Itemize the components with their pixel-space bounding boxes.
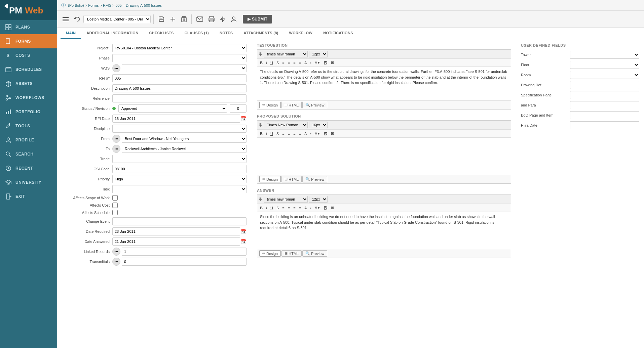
affects-cost-checkbox[interactable] [112, 203, 118, 208]
answer-align-center-btn[interactable]: ≡ [287, 205, 291, 211]
affects-schedule-checkbox[interactable] [112, 210, 118, 215]
transmittals-input[interactable] [122, 258, 247, 266]
tab-notifications[interactable]: NOTIFICATIONS [318, 28, 358, 39]
hijra-input[interactable] [570, 121, 639, 129]
tab-additional[interactable]: ADDITIONAL INFORMATION [81, 28, 144, 39]
proposed-highlight-btn[interactable]: A▼ [313, 131, 322, 136]
testquestion-highlight-btn[interactable]: A▼ [313, 60, 322, 65]
rfi-input[interactable] [112, 74, 247, 82]
answer-dot-btn[interactable]: • [309, 205, 313, 211]
task-select[interactable] [112, 185, 247, 193]
proposed-align-left-btn[interactable]: ≡ [281, 131, 286, 136]
testquestion-align-center-btn[interactable]: ≡ [287, 60, 291, 66]
affects-scope-checkbox[interactable] [112, 195, 118, 201]
boq-input[interactable] [570, 111, 639, 119]
sidebar-item-university[interactable]: UNIVERSITY [0, 175, 57, 189]
spec-page-input[interactable] [570, 91, 639, 99]
add-button[interactable] [168, 15, 178, 24]
sidebar-item-search[interactable]: SEARCH [0, 147, 57, 161]
testquestion-image-btn[interactable]: 🖼 [323, 60, 329, 66]
tower-select[interactable] [570, 51, 639, 59]
description-input[interactable] [112, 84, 247, 92]
testquestion-align-right-btn[interactable]: ≡ [292, 60, 297, 66]
sidebar-item-workflows[interactable]: WORKFLOWS [0, 91, 57, 105]
answer-bold-btn[interactable]: B [259, 205, 264, 211]
spec-para-input[interactable] [570, 101, 639, 109]
date-answered-input[interactable] [112, 237, 240, 246]
answer-content[interactable]: Since the building is an unheated buildi… [257, 212, 511, 249]
answer-image-btn[interactable]: 🖼 [323, 205, 329, 211]
drawing-ref-input[interactable] [570, 81, 639, 89]
proposed-justify-btn[interactable]: ≡ [298, 131, 302, 136]
sidebar-item-portfolio[interactable]: PORTFOLIO [0, 105, 57, 119]
change-event-input[interactable] [112, 217, 247, 225]
from-select[interactable]: Best Door and Window - Neil Youngers [122, 135, 247, 143]
answer-align-left-btn[interactable]: ≡ [281, 205, 286, 211]
proposed-preview-btn[interactable]: 🔍 Preview [302, 176, 327, 182]
answer-size-select[interactable]: 12px [309, 196, 328, 203]
testquestion-italic-btn[interactable]: I [265, 60, 268, 66]
rfi-date-input[interactable] [112, 115, 240, 123]
sidebar-item-exit[interactable]: EXIT [0, 189, 57, 204]
answer-font-select[interactable]: times new roman [264, 196, 308, 203]
proposed-table-btn[interactable]: ⊞ [330, 131, 335, 136]
discipline-select[interactable] [112, 125, 247, 133]
submit-button[interactable]: ▶ SUBMIT [243, 15, 272, 24]
linked-records-input[interactable] [122, 248, 247, 256]
proposed-design-btn[interactable]: ✏ Design [259, 176, 281, 182]
answer-italic-btn[interactable]: I [265, 205, 268, 211]
sidebar-item-tools[interactable]: TOOLS [0, 119, 57, 133]
tab-clauses[interactable]: CLAUSES (1) [179, 28, 214, 39]
testquestion-dot-btn[interactable]: • [309, 60, 313, 66]
rfi-date-calendar-icon[interactable]: 📅 [241, 116, 247, 121]
testquestion-table-btn[interactable]: ⊞ [330, 60, 335, 66]
tab-checklists[interactable]: CHECKLISTS [144, 28, 179, 39]
testquestion-html-btn[interactable]: ⊞ HTML [281, 102, 302, 108]
trade-select[interactable] [112, 155, 247, 163]
tab-notes[interactable]: NOTES [214, 28, 238, 39]
testquestion-underline-btn[interactable]: U [269, 60, 274, 66]
proposed-html-btn[interactable]: ⊞ HTML [281, 176, 302, 182]
proposed-strike-btn[interactable]: S [275, 131, 280, 136]
answer-strike-btn[interactable]: S [275, 205, 280, 211]
reference-input[interactable] [112, 94, 247, 102]
answer-color-btn[interactable]: A [303, 205, 308, 211]
proposed-underline-btn[interactable]: U [269, 131, 274, 136]
list-view-button[interactable] [61, 15, 71, 23]
date-answered-calendar-icon[interactable]: 📅 [241, 239, 247, 244]
proposed-bold-btn[interactable]: B [259, 131, 264, 136]
lightning-button[interactable] [218, 15, 227, 24]
sidebar-item-schedules[interactable]: SCHEDULES [0, 62, 57, 77]
record-selector[interactable]: Boston Medical Center - 005 - Drawi... [83, 15, 151, 23]
wbs-select[interactable] [122, 64, 247, 72]
wbs-options-button[interactable]: ••• [112, 64, 120, 72]
linked-records-options-button[interactable]: ••• [112, 248, 120, 256]
answer-html-btn[interactable]: ⊞ HTML [281, 250, 302, 257]
proposed-solution-content[interactable] [257, 138, 511, 175]
testquestion-preview-btn[interactable]: 🔍 Preview [302, 102, 327, 108]
save-button[interactable] [156, 15, 166, 24]
room-select[interactable] [570, 71, 639, 79]
testquestion-design-btn[interactable]: ✏ Design [259, 102, 281, 108]
answer-design-btn[interactable]: ✏ Design [259, 250, 281, 257]
answer-justify-btn[interactable]: ≡ [298, 205, 302, 211]
proposed-font-select[interactable]: Times New Roman [264, 122, 308, 128]
testquestion-justify-btn[interactable]: ≡ [298, 60, 302, 66]
sidebar-item-costs[interactable]: $ COSTS [0, 48, 57, 62]
date-required-input[interactable] [112, 227, 240, 235]
answer-highlight-btn[interactable]: A▼ [313, 205, 322, 210]
testquestion-font-select[interactable]: times new roman [264, 51, 308, 57]
date-required-calendar-icon[interactable]: 📅 [241, 229, 247, 234]
user-button[interactable] [229, 15, 239, 24]
answer-preview-btn[interactable]: 🔍 Preview [302, 250, 327, 257]
testquestion-content[interactable]: The details on Drawing A-500 refer us to… [257, 67, 511, 100]
proposed-align-center-btn[interactable]: ≡ [287, 131, 291, 136]
status-select[interactable]: Approved [118, 104, 227, 113]
proposed-size-select[interactable]: 16px [309, 122, 328, 128]
revision-input[interactable] [230, 104, 247, 113]
tab-workflow[interactable]: WORKFLOW [284, 28, 318, 39]
to-options-button[interactable]: ••• [112, 145, 120, 153]
sidebar-item-plans[interactable]: PLANS [0, 20, 57, 34]
testquestion-strike-btn[interactable]: S [275, 60, 280, 66]
print-button[interactable] [206, 15, 217, 24]
